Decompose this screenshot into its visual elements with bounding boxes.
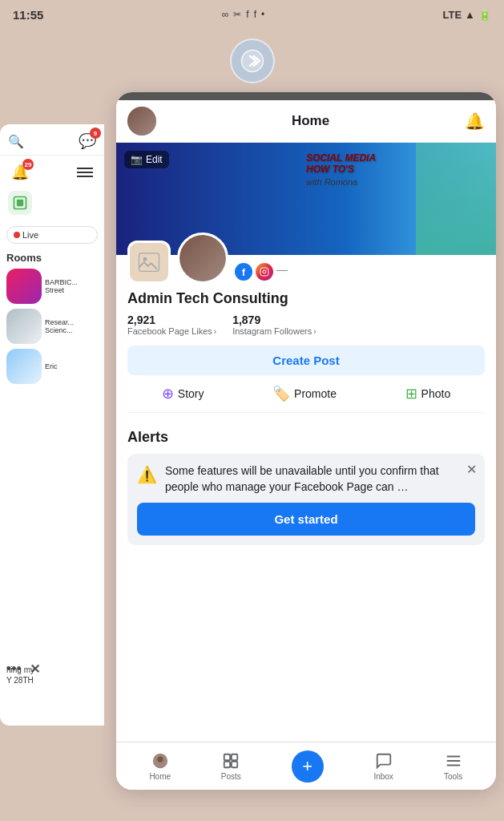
header-bell-icon[interactable]: 🔔 (465, 111, 485, 131)
room-info-1: BARBIC... Street (45, 278, 78, 294)
promote-icon: 🏷️ (272, 385, 290, 402)
plus-icon: + (302, 756, 312, 777)
room-info-3: Eric (45, 362, 58, 370)
nav-home-label: Home (149, 772, 171, 781)
hamburger-menu[interactable] (77, 168, 93, 177)
alert-text: Some features will be unavailable until … (165, 463, 475, 495)
profile-avatar-header[interactable] (127, 107, 156, 135)
instagram-followers-stat[interactable]: 1,879 Instagram Followers › (232, 313, 316, 336)
svg-point-4 (143, 257, 147, 261)
room-name-2: Resear... (45, 318, 74, 326)
stats-row: 2,921 Facebook Page Likes › 1,879 Instag… (127, 313, 485, 336)
live-button[interactable]: Live (6, 226, 98, 244)
svg-point-7 (266, 269, 267, 270)
story-label: Story (178, 387, 204, 400)
promote-label: Promote (294, 387, 337, 400)
instagram-followers-number: 1,879 (232, 313, 316, 326)
nav-inbox[interactable]: Inbox (373, 751, 393, 781)
nav-posts[interactable]: Posts (221, 751, 241, 781)
list-item: Eric (6, 349, 98, 384)
header-title: Home (292, 113, 329, 129)
room-name-3: Eric (45, 362, 58, 370)
create-post-button[interactable]: Create Post (127, 346, 485, 375)
room-info-2: Resear... Scienc... (45, 318, 74, 334)
status-icons: ∞ ✂ f f • (222, 9, 264, 20)
home-icon-svg (151, 752, 169, 770)
signal-icon: ▲ (465, 9, 475, 21)
rooms-list: BARBIC... Street Resear... Scienc... Eri… (6, 269, 98, 384)
svg-point-9 (157, 757, 163, 762)
list-item: BARBIC... Street (6, 269, 98, 304)
alert-card: ✕ ⚠️ Some features will be unavailable u… (127, 454, 485, 545)
left-card-icons: 🔔 29 (0, 156, 104, 223)
voicemail-icon: ∞ (222, 9, 229, 20)
profile-photo[interactable] (177, 233, 228, 284)
room-sub-2: Scienc... (45, 326, 74, 334)
alerts-section: Alerts ✕ ⚠️ Some features will be unavai… (116, 423, 496, 552)
pages-icon[interactable] (8, 191, 32, 215)
story-button[interactable]: ⊕ Story (162, 385, 204, 402)
notification-badge: 29 (22, 159, 34, 170)
tools-icon-svg (445, 752, 462, 770)
warning-icon: ⚠️ (137, 465, 157, 484)
get-started-button[interactable]: Get started (137, 503, 475, 536)
facebook-likes-number: 2,921 (127, 313, 216, 326)
facebook-likes-stat[interactable]: 2,921 Facebook Page Likes › (127, 313, 216, 336)
camera-icon: 📷 (131, 154, 143, 165)
rooms-section: Rooms BARBIC... Street Resear... Scienc.… (0, 247, 104, 389)
network-status: LTE ▲ 🔋 (443, 9, 491, 21)
lte-label: LTE (443, 9, 462, 21)
home-icon (151, 751, 170, 770)
inbox-icon-svg (375, 752, 393, 770)
nav-tools-label: Tools (444, 772, 462, 781)
live-dot (14, 232, 20, 238)
facebook-icon-2: f (254, 9, 256, 20)
left-card-header: 🔍 💬 9 (0, 124, 104, 156)
profile-avatar-row: f — (127, 233, 485, 284)
svg-rect-11 (232, 754, 237, 760)
chevron-right-icon: › (214, 327, 216, 336)
pages-icon-svg (12, 195, 28, 211)
bell-icon-wrapper[interactable]: 🔔 29 (11, 164, 29, 181)
photo-icon: ⊞ (405, 385, 417, 402)
room-avatar-3 (6, 349, 42, 384)
action-row: ⊕ Story 🏷️ Promote ⊞ Photo (127, 385, 485, 413)
dash-separator: — (276, 263, 288, 281)
status-time: 11:55 (13, 8, 43, 22)
chevron-right-icon-2: › (313, 327, 316, 336)
alert-close-button[interactable]: ✕ (466, 462, 477, 477)
bottom-text: hing my Y 28TH (6, 665, 34, 686)
messenger-icon-wrapper[interactable]: 💬 9 (79, 132, 96, 150)
nav-inbox-label: Inbox (373, 772, 393, 781)
nav-posts-label: Posts (221, 772, 241, 781)
search-icon[interactable]: 🔍 (8, 134, 24, 149)
left-facebook-card: 🔍 💬 9 🔔 29 Live (0, 124, 104, 726)
scissors-icon: ✂ (233, 9, 241, 20)
edit-cover-button[interactable]: 📷 Edit (124, 151, 169, 168)
alerts-title: Alerts (127, 429, 485, 446)
svg-rect-13 (232, 762, 237, 767)
rooms-label: Rooms (6, 252, 98, 264)
room-sub-1: Street (45, 286, 78, 294)
live-label: Live (22, 230, 38, 240)
dot-icon: • (261, 9, 264, 20)
instagram-followers-label: Instagram Followers › (232, 326, 316, 336)
promote-button[interactable]: 🏷️ Promote (272, 385, 337, 402)
inbox-icon (374, 751, 393, 770)
list-item: Resear... Scienc... (6, 309, 98, 344)
phone-top-bar (116, 92, 496, 100)
nav-tools[interactable]: Tools (444, 751, 463, 781)
page-avatar-icon[interactable] (127, 241, 171, 284)
messenger-badge: 9 (90, 127, 101, 139)
nav-create-button[interactable]: + (292, 750, 324, 783)
nav-home[interactable]: Home (149, 751, 171, 781)
photo-button[interactable]: ⊞ Photo (405, 385, 451, 402)
app-switcher-button[interactable] (230, 38, 275, 83)
image-icon (137, 250, 161, 274)
posts-icon (221, 751, 240, 770)
search-row: 🔍 (8, 134, 24, 149)
instagram-icon (260, 267, 269, 277)
svg-rect-10 (224, 754, 230, 760)
forward-icon (240, 49, 264, 73)
edit-label: Edit (146, 154, 163, 165)
